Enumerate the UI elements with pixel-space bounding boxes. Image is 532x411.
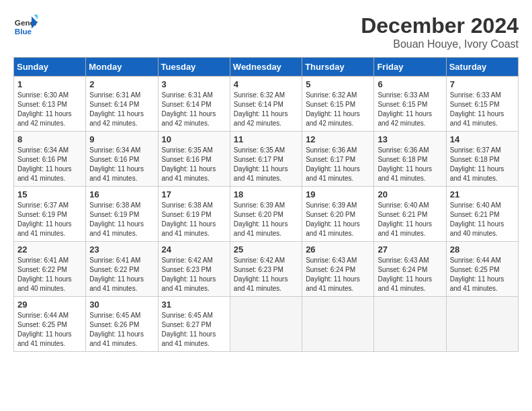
day-detail: Sunrise: 6:36 AMSunset: 6:17 PMDaylight:…: [306, 146, 370, 183]
day-number: 24: [162, 244, 226, 255]
calendar-cell: 6Sunrise: 6:33 AMSunset: 6:15 PMDaylight…: [374, 77, 446, 132]
day-number: 21: [450, 189, 515, 199]
calendar-cell: 19Sunrise: 6:39 AMSunset: 6:20 PMDayligh…: [302, 187, 374, 242]
header-wednesday: Wednesday: [230, 58, 302, 77]
day-detail: Sunrise: 6:37 AMSunset: 6:18 PMDaylight:…: [450, 146, 515, 183]
calendar-table: SundayMondayTuesdayWednesdayThursdayFrid…: [13, 57, 519, 352]
day-number: 3: [162, 79, 226, 89]
calendar-cell: 2Sunrise: 6:31 AMSunset: 6:14 PMDaylight…: [86, 77, 158, 132]
calendar-week-row: 15Sunrise: 6:37 AMSunset: 6:19 PMDayligh…: [14, 187, 519, 242]
day-number: 22: [17, 244, 82, 255]
calendar-cell: 13Sunrise: 6:36 AMSunset: 6:18 PMDayligh…: [374, 132, 446, 187]
calendar-week-row: 1Sunrise: 6:30 AMSunset: 6:13 PMDaylight…: [14, 77, 519, 132]
day-detail: Sunrise: 6:34 AMSunset: 6:16 PMDaylight:…: [17, 146, 82, 183]
calendar-cell: [446, 297, 518, 352]
day-number: 29: [17, 300, 82, 310]
day-detail: Sunrise: 6:37 AMSunset: 6:19 PMDaylight:…: [17, 201, 82, 238]
day-number: 28: [450, 244, 515, 255]
calendar-cell: [374, 297, 446, 352]
day-number: 14: [450, 134, 515, 144]
day-number: 10: [162, 134, 226, 144]
calendar-week-row: 22Sunrise: 6:41 AMSunset: 6:22 PMDayligh…: [14, 242, 519, 297]
page-header: General Blue December 2024 Bouan Houye, …: [13, 13, 519, 50]
calendar-cell: 24Sunrise: 6:42 AMSunset: 6:23 PMDayligh…: [158, 242, 230, 297]
calendar-cell: 30Sunrise: 6:45 AMSunset: 6:26 PMDayligh…: [86, 297, 158, 352]
day-detail: Sunrise: 6:43 AMSunset: 6:24 PMDaylight:…: [378, 256, 442, 293]
calendar-cell: 10Sunrise: 6:35 AMSunset: 6:16 PMDayligh…: [158, 132, 230, 187]
day-detail: Sunrise: 6:31 AMSunset: 6:14 PMDaylight:…: [89, 91, 154, 128]
day-number: 2: [89, 79, 154, 89]
logo: General Blue: [13, 13, 38, 38]
day-number: 23: [89, 244, 154, 255]
day-detail: Sunrise: 6:32 AMSunset: 6:14 PMDaylight:…: [234, 91, 298, 128]
day-number: 5: [306, 79, 370, 89]
header-thursday: Thursday: [302, 58, 374, 77]
day-detail: Sunrise: 6:33 AMSunset: 6:15 PMDaylight:…: [378, 91, 442, 128]
calendar-cell: 3Sunrise: 6:31 AMSunset: 6:14 PMDaylight…: [158, 77, 230, 132]
day-detail: Sunrise: 6:32 AMSunset: 6:15 PMDaylight:…: [306, 91, 370, 128]
day-detail: Sunrise: 6:39 AMSunset: 6:20 PMDaylight:…: [306, 201, 370, 238]
day-number: 4: [234, 79, 298, 89]
calendar-header-row: SundayMondayTuesdayWednesdayThursdayFrid…: [14, 58, 519, 77]
day-number: 18: [234, 189, 298, 199]
day-number: 8: [17, 134, 82, 144]
calendar-cell: 16Sunrise: 6:38 AMSunset: 6:19 PMDayligh…: [86, 187, 158, 242]
day-detail: Sunrise: 6:42 AMSunset: 6:23 PMDaylight:…: [234, 256, 298, 293]
day-number: 19: [306, 189, 370, 199]
calendar-cell: 27Sunrise: 6:43 AMSunset: 6:24 PMDayligh…: [374, 242, 446, 297]
header-tuesday: Tuesday: [158, 58, 230, 77]
day-number: 13: [378, 134, 442, 144]
calendar-cell: 7Sunrise: 6:33 AMSunset: 6:15 PMDaylight…: [446, 77, 518, 132]
calendar-week-row: 8Sunrise: 6:34 AMSunset: 6:16 PMDaylight…: [14, 132, 519, 187]
calendar-cell: 14Sunrise: 6:37 AMSunset: 6:18 PMDayligh…: [446, 132, 518, 187]
day-detail: Sunrise: 6:45 AMSunset: 6:27 PMDaylight:…: [162, 311, 226, 349]
day-detail: Sunrise: 6:34 AMSunset: 6:16 PMDaylight:…: [89, 146, 154, 183]
calendar-week-row: 29Sunrise: 6:44 AMSunset: 6:25 PMDayligh…: [14, 297, 519, 352]
day-number: 17: [162, 189, 226, 199]
calendar-cell: 21Sunrise: 6:40 AMSunset: 6:21 PMDayligh…: [446, 187, 518, 242]
header-monday: Monday: [86, 58, 158, 77]
day-detail: Sunrise: 6:41 AMSunset: 6:22 PMDaylight:…: [89, 256, 154, 293]
month-title: December 2024: [361, 13, 519, 38]
calendar-cell: 31Sunrise: 6:45 AMSunset: 6:27 PMDayligh…: [158, 297, 230, 352]
header-friday: Friday: [374, 58, 446, 77]
calendar-cell: [230, 297, 302, 352]
header-sunday: Sunday: [14, 58, 86, 77]
day-number: 27: [378, 244, 442, 255]
day-detail: Sunrise: 6:40 AMSunset: 6:21 PMDaylight:…: [450, 201, 515, 238]
calendar-cell: [302, 297, 374, 352]
day-number: 12: [306, 134, 370, 144]
day-number: 15: [17, 189, 82, 199]
day-detail: Sunrise: 6:35 AMSunset: 6:17 PMDaylight:…: [234, 146, 298, 183]
calendar-cell: 5Sunrise: 6:32 AMSunset: 6:15 PMDaylight…: [302, 77, 374, 132]
day-number: 16: [89, 189, 154, 199]
calendar-cell: 15Sunrise: 6:37 AMSunset: 6:19 PMDayligh…: [14, 187, 86, 242]
day-detail: Sunrise: 6:36 AMSunset: 6:18 PMDaylight:…: [378, 146, 442, 183]
day-detail: Sunrise: 6:43 AMSunset: 6:24 PMDaylight:…: [306, 256, 370, 293]
calendar-cell: 4Sunrise: 6:32 AMSunset: 6:14 PMDaylight…: [230, 77, 302, 132]
day-detail: Sunrise: 6:39 AMSunset: 6:20 PMDaylight:…: [234, 201, 298, 238]
day-number: 7: [450, 79, 515, 89]
calendar-cell: 17Sunrise: 6:38 AMSunset: 6:19 PMDayligh…: [158, 187, 230, 242]
calendar-cell: 8Sunrise: 6:34 AMSunset: 6:16 PMDaylight…: [14, 132, 86, 187]
day-number: 30: [89, 300, 154, 310]
title-block: December 2024 Bouan Houye, Ivory Coast: [361, 13, 519, 50]
day-detail: Sunrise: 6:41 AMSunset: 6:22 PMDaylight:…: [17, 256, 82, 293]
day-detail: Sunrise: 6:31 AMSunset: 6:14 PMDaylight:…: [162, 91, 226, 128]
day-detail: Sunrise: 6:42 AMSunset: 6:23 PMDaylight:…: [162, 256, 226, 293]
calendar-cell: 11Sunrise: 6:35 AMSunset: 6:17 PMDayligh…: [230, 132, 302, 187]
calendar-cell: 18Sunrise: 6:39 AMSunset: 6:20 PMDayligh…: [230, 187, 302, 242]
day-detail: Sunrise: 6:38 AMSunset: 6:19 PMDaylight:…: [89, 201, 154, 238]
day-detail: Sunrise: 6:44 AMSunset: 6:25 PMDaylight:…: [450, 256, 515, 293]
day-detail: Sunrise: 6:44 AMSunset: 6:25 PMDaylight:…: [17, 311, 82, 349]
day-detail: Sunrise: 6:38 AMSunset: 6:19 PMDaylight:…: [162, 201, 226, 238]
day-detail: Sunrise: 6:35 AMSunset: 6:16 PMDaylight:…: [162, 146, 226, 183]
day-detail: Sunrise: 6:33 AMSunset: 6:15 PMDaylight:…: [450, 91, 515, 128]
calendar-cell: 23Sunrise: 6:41 AMSunset: 6:22 PMDayligh…: [86, 242, 158, 297]
day-number: 11: [234, 134, 298, 144]
day-detail: Sunrise: 6:45 AMSunset: 6:26 PMDaylight:…: [89, 311, 154, 349]
calendar-cell: 22Sunrise: 6:41 AMSunset: 6:22 PMDayligh…: [14, 242, 86, 297]
calendar-cell: 26Sunrise: 6:43 AMSunset: 6:24 PMDayligh…: [302, 242, 374, 297]
day-number: 9: [89, 134, 154, 144]
calendar-cell: 1Sunrise: 6:30 AMSunset: 6:13 PMDaylight…: [14, 77, 86, 132]
